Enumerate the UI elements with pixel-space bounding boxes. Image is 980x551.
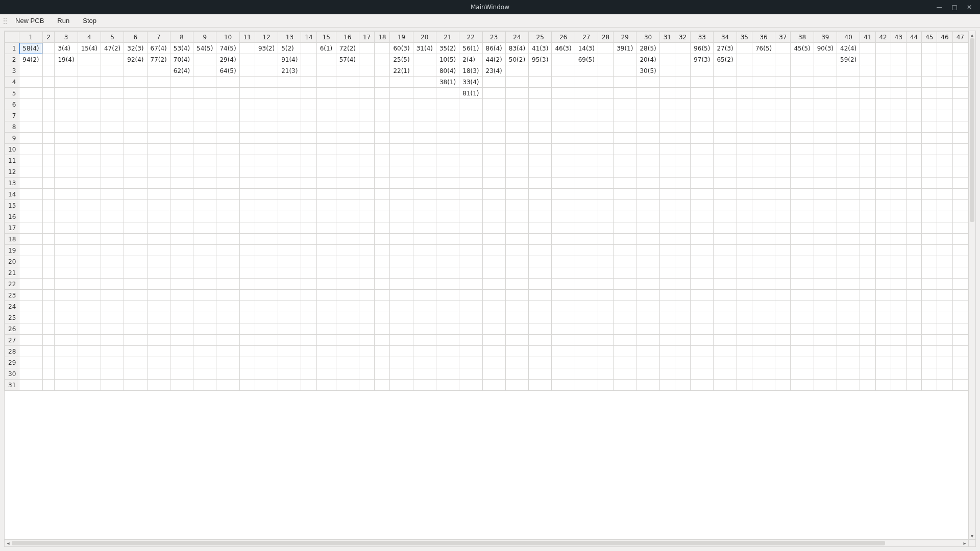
grid-cell[interactable] xyxy=(837,380,860,391)
grid-cell[interactable] xyxy=(301,323,316,335)
grid-cell[interactable] xyxy=(714,178,737,189)
grid-cell[interactable] xyxy=(891,256,906,267)
grid-cell[interactable] xyxy=(614,77,636,88)
grid-cell[interactable]: 23(4) xyxy=(482,65,505,77)
grid-cell[interactable] xyxy=(952,245,968,256)
grid-cell[interactable] xyxy=(529,267,552,279)
grid-cell[interactable] xyxy=(413,65,436,77)
grid-cell[interactable] xyxy=(301,267,316,279)
grid-cell[interactable] xyxy=(675,234,690,245)
grid-cell[interactable] xyxy=(837,267,860,279)
grid-cell[interactable] xyxy=(791,279,814,290)
grid-cell[interactable] xyxy=(170,346,193,357)
grid-cell[interactable] xyxy=(791,166,814,178)
grid-cell[interactable] xyxy=(375,166,390,178)
grid-cell[interactable] xyxy=(193,346,216,357)
column-header[interactable]: 10 xyxy=(216,32,239,43)
grid-cell[interactable] xyxy=(239,155,255,166)
grid-cell[interactable] xyxy=(19,380,42,391)
grid-cell[interactable] xyxy=(837,256,860,267)
grid-cell[interactable] xyxy=(906,110,921,121)
grid-cell[interactable] xyxy=(691,133,714,144)
grid-cell[interactable] xyxy=(193,312,216,323)
grid-cell[interactable] xyxy=(791,346,814,357)
grid-cell[interactable] xyxy=(336,245,359,256)
grid-cell[interactable] xyxy=(459,357,482,368)
grid-cell[interactable] xyxy=(359,43,374,54)
grid-cell[interactable] xyxy=(659,121,675,133)
grid-cell[interactable] xyxy=(636,77,659,88)
grid-cell[interactable] xyxy=(413,279,436,290)
grid-cell[interactable] xyxy=(239,211,255,222)
grid-cell[interactable] xyxy=(124,166,147,178)
grid-cell[interactable] xyxy=(124,88,147,99)
grid-cell[interactable] xyxy=(791,54,814,65)
grid-cell[interactable] xyxy=(147,99,170,110)
grid-cell[interactable] xyxy=(837,301,860,312)
grid-cell[interactable] xyxy=(390,380,413,391)
grid-cell[interactable] xyxy=(529,178,552,189)
grid-cell[interactable]: 20(4) xyxy=(636,54,659,65)
grid-cell[interactable] xyxy=(170,245,193,256)
column-header[interactable]: 18 xyxy=(375,32,390,43)
grid-cell[interactable] xyxy=(101,99,124,110)
grid-cell[interactable] xyxy=(301,189,316,200)
grid-cell[interactable] xyxy=(752,99,775,110)
grid-cell[interactable] xyxy=(170,368,193,380)
grid-cell[interactable] xyxy=(216,133,239,144)
grid-cell[interactable] xyxy=(124,245,147,256)
grid-cell[interactable] xyxy=(814,290,837,301)
grid-cell[interactable] xyxy=(860,335,875,346)
column-header[interactable]: 40 xyxy=(837,32,860,43)
grid-cell[interactable] xyxy=(278,256,301,267)
grid-cell[interactable] xyxy=(78,267,101,279)
grid-cell[interactable] xyxy=(42,380,55,391)
grid-cell[interactable] xyxy=(390,335,413,346)
grid-cell[interactable] xyxy=(255,99,278,110)
grid-cell[interactable] xyxy=(278,211,301,222)
grid-cell[interactable] xyxy=(691,178,714,189)
grid-cell[interactable] xyxy=(278,178,301,189)
grid-cell[interactable] xyxy=(837,65,860,77)
grid-cell[interactable] xyxy=(78,133,101,144)
grid-cell[interactable] xyxy=(147,380,170,391)
row-header[interactable]: 29 xyxy=(5,357,19,368)
grid-cell[interactable] xyxy=(675,301,690,312)
grid-cell[interactable] xyxy=(575,178,598,189)
grid-cell[interactable] xyxy=(19,178,42,189)
grid-cell[interactable] xyxy=(301,178,316,189)
grid-cell[interactable] xyxy=(906,144,921,155)
grid-cell[interactable] xyxy=(752,279,775,290)
grid-cell[interactable] xyxy=(529,357,552,368)
grid-cell[interactable] xyxy=(937,54,952,65)
grid-cell[interactable] xyxy=(390,166,413,178)
grid-cell[interactable] xyxy=(691,155,714,166)
grid-cell[interactable] xyxy=(906,155,921,166)
grid-cell[interactable] xyxy=(937,335,952,346)
grid-cell[interactable] xyxy=(860,54,875,65)
grid-cell[interactable]: 2(4) xyxy=(459,54,482,65)
grid-cell[interactable] xyxy=(937,144,952,155)
grid-cell[interactable] xyxy=(860,279,875,290)
grid-cell[interactable] xyxy=(413,54,436,65)
grid-cell[interactable] xyxy=(552,279,575,290)
grid-cell[interactable] xyxy=(413,211,436,222)
grid-cell[interactable] xyxy=(675,323,690,335)
grid-cell[interactable] xyxy=(714,323,737,335)
grid-cell[interactable] xyxy=(170,88,193,99)
grid-cell[interactable] xyxy=(675,200,690,211)
grid-cell[interactable] xyxy=(19,346,42,357)
grid-cell[interactable] xyxy=(436,279,459,290)
grid-cell[interactable] xyxy=(239,88,255,99)
grid-cell[interactable] xyxy=(55,245,78,256)
grid-cell[interactable] xyxy=(636,189,659,200)
grid-cell[interactable] xyxy=(775,189,791,200)
grid-cell[interactable] xyxy=(775,290,791,301)
grid-cell[interactable] xyxy=(101,54,124,65)
grid-cell[interactable] xyxy=(78,312,101,323)
row-header[interactable]: 19 xyxy=(5,245,19,256)
grid-cell[interactable] xyxy=(193,77,216,88)
grid-cell[interactable] xyxy=(359,65,374,77)
grid-cell[interactable] xyxy=(860,189,875,200)
column-header[interactable]: 24 xyxy=(505,32,528,43)
